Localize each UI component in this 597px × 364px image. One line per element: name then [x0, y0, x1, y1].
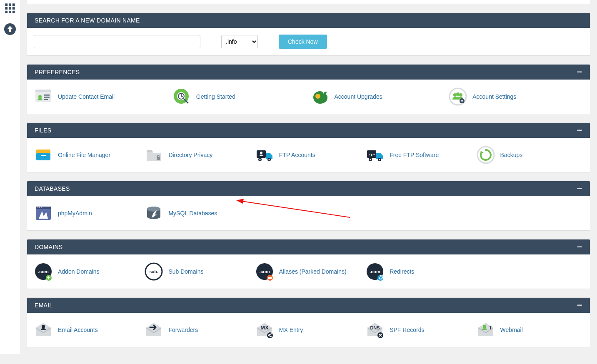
svg-rect-62	[268, 277, 272, 278]
svg-rect-15	[44, 99, 48, 100]
svg-point-33	[260, 152, 262, 154]
svg-rect-8	[12, 11, 15, 13]
item-label: Webmail	[500, 327, 523, 333]
svg-point-47	[37, 207, 38, 208]
collapse-icon[interactable]: −	[577, 302, 582, 308]
email-header: EMAIL	[35, 302, 53, 309]
item-label: Account Upgrades	[335, 93, 382, 100]
svg-point-42	[370, 159, 371, 160]
svg-rect-1	[9, 3, 11, 6]
item-mx-entry[interactable]: MX MX Entry	[255, 319, 362, 340]
svg-rect-11	[35, 90, 51, 92]
phpmyadmin-icon	[34, 204, 53, 223]
svg-text:.com: .com	[38, 269, 49, 274]
item-online-file-manager[interactable]: Online File Manager	[34, 145, 141, 165]
item-mysql-databases[interactable]: MySQL Databases	[144, 203, 251, 224]
apps-grid-icon[interactable]	[3, 2, 17, 15]
domains-header: DOMAINS	[35, 244, 62, 250]
svg-text:.com: .com	[259, 269, 270, 274]
item-getting-started[interactable]: Getting Started	[172, 86, 307, 107]
spf-records-icon: DNS	[365, 320, 385, 339]
search-header: SEARCH FOR A NEW DOMAIN NAME	[35, 17, 140, 24]
users-gear-icon	[448, 87, 467, 106]
preferences-card: PREFERENCES −	[27, 64, 590, 114]
svg-text:T: T	[489, 324, 492, 331]
item-label: FTP Accounts	[279, 152, 315, 158]
collapse-icon[interactable]: −	[577, 244, 582, 250]
main-content: SEARCH FOR A NEW DOMAIN NAME .info Check…	[20, 0, 597, 354]
svg-point-67	[42, 325, 45, 328]
item-directory-privacy[interactable]: Directory Privacy	[144, 145, 251, 165]
svg-point-43	[379, 159, 380, 160]
svg-text:sub.: sub.	[150, 269, 158, 274]
svg-rect-4	[9, 7, 11, 10]
domain-search-input[interactable]	[34, 35, 200, 48]
svg-point-21	[322, 92, 324, 94]
svg-rect-3	[5, 7, 7, 10]
item-phpmyadmin[interactable]: phpMyAdmin	[34, 203, 141, 224]
item-label: Backups	[500, 152, 523, 158]
aliases-icon: .com	[255, 262, 274, 281]
ftp-truck-icon	[255, 145, 274, 165]
svg-point-51	[147, 207, 160, 212]
svg-rect-30	[41, 155, 46, 156]
item-update-contact-email[interactable]: Update Contact Email	[34, 86, 169, 107]
svg-point-49	[41, 207, 42, 208]
databases-card: DATABASES − phpMyAdmin	[27, 181, 590, 231]
svg-point-69	[267, 332, 273, 338]
svg-point-12	[38, 95, 42, 98]
item-email-accounts[interactable]: Email Accounts	[34, 319, 141, 340]
ftp-software-icon: FTP	[365, 145, 385, 165]
item-label: Sub Domains	[168, 268, 203, 275]
item-account-upgrades[interactable]: Account Upgrades	[310, 86, 445, 107]
item-free-ftp-software[interactable]: FTP Free FTP Software	[365, 145, 472, 165]
item-redirects[interactable]: .com Redirects	[365, 261, 472, 282]
svg-point-27	[461, 100, 463, 102]
item-sub-domains[interactable]: sub. Sub Domains	[144, 261, 251, 282]
upload-icon[interactable]	[3, 22, 17, 36]
email-accounts-icon	[34, 320, 53, 339]
collapse-icon[interactable]: −	[577, 69, 582, 75]
svg-point-25	[456, 92, 460, 96]
mysql-icon	[144, 204, 163, 223]
item-label: Update Contact Email	[58, 93, 115, 100]
dragon-icon	[310, 87, 330, 106]
search-domain-card: SEARCH FOR A NEW DOMAIN NAME .info Check…	[27, 12, 590, 56]
svg-rect-29	[36, 153, 50, 160]
svg-rect-5	[12, 7, 15, 10]
item-addon-domains[interactable]: .com Addon Domains	[34, 261, 141, 282]
svg-point-72	[483, 325, 486, 328]
top-card-strip	[27, 0, 590, 4]
sub-domain-icon: sub.	[144, 262, 163, 281]
item-label: Addon Domains	[58, 268, 100, 275]
item-aliases[interactable]: .com Aliases (Parked Domains)	[255, 261, 362, 282]
svg-text:MX: MX	[260, 324, 269, 331]
item-forwarders[interactable]: Forwarders	[144, 319, 251, 340]
item-backups[interactable]: Backups	[476, 145, 583, 165]
item-label: Online File Manager	[58, 152, 110, 158]
svg-rect-31	[157, 157, 160, 160]
left-rail	[0, 0, 20, 354]
svg-rect-13	[44, 95, 50, 96]
tld-select[interactable]: .info	[221, 35, 258, 48]
svg-text:DNS: DNS	[370, 325, 380, 330]
item-label: Getting Started	[196, 93, 235, 100]
svg-rect-2	[12, 3, 15, 6]
item-account-settings[interactable]: Account Settings	[448, 86, 583, 107]
check-now-button[interactable]: Check Now	[279, 35, 327, 49]
mx-entry-icon: MX	[255, 320, 274, 339]
clock-search-icon	[172, 87, 191, 106]
redirects-icon: .com	[365, 262, 385, 281]
svg-rect-7	[9, 11, 11, 13]
item-label: Aliases (Parked Domains)	[279, 268, 347, 275]
files-card: FILES − Online File Manager	[27, 122, 590, 172]
item-ftp-accounts[interactable]: FTP Accounts	[255, 145, 362, 165]
item-label: SPF Records	[390, 327, 424, 333]
svg-point-23	[453, 93, 457, 97]
item-webmail[interactable]: T Webmail	[476, 319, 583, 340]
collapse-icon[interactable]: −	[577, 127, 582, 133]
collapse-icon[interactable]: −	[577, 186, 582, 192]
item-spf-records[interactable]: DNS SPF Records	[365, 319, 472, 340]
locked-folder-icon	[144, 145, 163, 165]
dotcom-plus-icon: .com	[34, 262, 53, 281]
